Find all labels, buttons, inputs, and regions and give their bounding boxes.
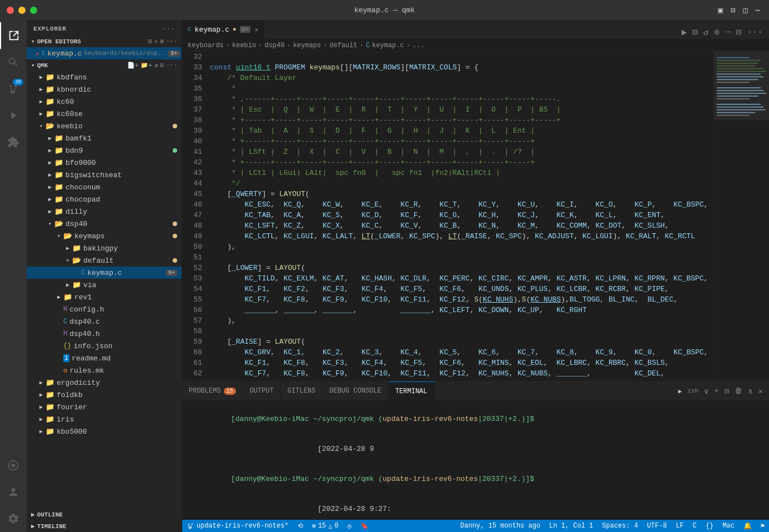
open-editor-item[interactable]: ✕ C keymap.c keyboards/keebio/dsp... 9+ <box>27 47 182 59</box>
tree-item-dsp40-c[interactable]: ▶ C dsp40.c <box>27 315 182 328</box>
tree-item-foldkb[interactable]: ▶ 📁 foldkb <box>27 389 182 401</box>
tree-item-keymaps[interactable]: ▾ 📂 keymaps <box>27 230 182 242</box>
panel-tab-problems[interactable]: PROBLEMS 15 <box>182 382 243 401</box>
breadcrumb-keebio[interactable]: keebio <box>232 42 256 49</box>
terminal[interactable]: [danny@Keebio-iMac ~/syncproj/qmk (updat… <box>182 401 769 520</box>
diff-icon[interactable]: ⊜ <box>712 26 721 39</box>
terminal-new-icon[interactable]: + <box>712 385 720 397</box>
tree-item-kc60se[interactable]: ▶ 📁 kc60se <box>27 108 182 120</box>
status-sync[interactable]: ⟲ <box>293 520 308 532</box>
tree-item-bfo9000[interactable]: ▶ 📁 bfo9000 <box>27 157 182 169</box>
tree-item-readme[interactable]: ▶ i readme.md <box>27 352 182 364</box>
tree-item-keymap-c[interactable]: ▶ C keymap.c 9+ <box>27 267 182 279</box>
explorer-activity-icon[interactable] <box>0 22 27 49</box>
close-file-icon[interactable]: ✕ <box>36 50 39 57</box>
status-branch[interactable]: update-iris-rev6-notes* <box>182 520 293 532</box>
terminal-split-icon[interactable]: ⊟ <box>723 385 731 397</box>
tree-item-iris[interactable]: ▶ 📁 iris <box>27 413 182 425</box>
tree-item-rules-mk[interactable]: ▶ ⚙ rules.mk <box>27 364 182 377</box>
panel-close-icon[interactable]: ✕ <box>757 385 765 397</box>
breadcrumb-keymap-c[interactable]: keymap.c <box>372 42 404 49</box>
code-content[interactable]: const uint16_t PROGMEM keymaps[][MATRIX_… <box>205 52 713 381</box>
status-format[interactable]: {} <box>701 520 718 532</box>
collapse-all-icon[interactable]: ⊟ <box>160 62 164 69</box>
qmk-section-header[interactable]: ▾ QMK 📄+ 📁+ ↺ ⊟ ··· <box>27 59 182 71</box>
panel-tab-terminal[interactable]: TERMINAL <box>389 382 435 401</box>
source-control-activity-icon[interactable]: 38 <box>0 76 27 102</box>
tree-item-kc60[interactable]: ▶ 📁 kc60 <box>27 96 182 108</box>
open-changes-icon[interactable]: ⊟ <box>691 26 700 39</box>
search-activity-icon[interactable] <box>0 49 27 76</box>
timeline-header[interactable]: ▶ TIMELINE <box>27 520 182 532</box>
run-file-icon[interactable]: ▶ <box>680 26 688 39</box>
status-notifications[interactable]: 🔔 <box>739 520 756 532</box>
editor-more-icon[interactable]: ··· <box>745 26 765 38</box>
tree-item-bamfk1[interactable]: ▶ 📁 bamfk1 <box>27 132 182 144</box>
status-feedback[interactable]: ⚑ <box>756 520 769 532</box>
tree-item-dilly[interactable]: ▶ 📁 dilly <box>27 205 182 218</box>
remote-activity-icon[interactable] <box>0 452 27 479</box>
collapse-icon[interactable]: ⊕ <box>160 38 164 45</box>
tree-item-dsp40-h[interactable]: ▶ H dsp40.h <box>27 328 182 340</box>
new-folder-icon[interactable]: 📁+ <box>140 62 152 69</box>
more-icon[interactable]: ⋯ <box>753 4 762 16</box>
tree-item-dsp40[interactable]: ▾ 📂 dsp40 <box>27 218 182 230</box>
breadcrumb-more[interactable]: ... <box>413 42 425 49</box>
account-activity-icon[interactable] <box>0 479 27 505</box>
tree-item-keebio[interactable]: ▾ 📂 keebio <box>27 120 182 132</box>
panel-tab-gitlens[interactable]: GITLENS <box>281 382 323 401</box>
tab-keymap-c[interactable]: C keymap.c ● 9+ ✕ <box>182 20 264 39</box>
split-icon[interactable]: ◫ <box>741 4 750 16</box>
tree-item-choconum[interactable]: ▶ 📁 choconum <box>27 181 182 193</box>
sidebar-toggle-icon[interactable]: ▣ <box>716 4 725 16</box>
sidebar-more-icon[interactable]: ··· <box>163 26 175 32</box>
tree-item-chocopad[interactable]: ▶ 📁 chocopad <box>27 193 182 205</box>
tree-item-kbo5000[interactable]: ▶ 📁 kbo5000 <box>27 425 182 438</box>
new-file-icon[interactable]: 📄+ <box>127 62 139 69</box>
more-editors-icon[interactable]: ··· <box>166 38 177 45</box>
tree-item-info-json[interactable]: ▶ {} info.json <box>27 340 182 352</box>
maximize-button[interactable] <box>30 7 37 14</box>
tree-item-fourier[interactable]: ▶ 📁 fourier <box>27 401 182 413</box>
breadcrumb-dsp40[interactable]: dsp40 <box>264 42 284 49</box>
open-editors-header[interactable]: ▾ OPEN EDITORS ⊟ ✕ ⊕ ··· <box>27 36 182 47</box>
refresh-icon[interactable]: ↺ <box>154 62 158 69</box>
status-errors[interactable]: ⊗ 15 △ 0 <box>308 520 343 532</box>
status-language[interactable]: C <box>688 520 701 532</box>
extensions-activity-icon[interactable] <box>0 129 27 155</box>
close-all-icon[interactable]: ✕ <box>154 38 158 45</box>
status-remote[interactable]: ◎ <box>343 520 356 532</box>
status-cursor[interactable]: Ln 1, Col 1 <box>545 520 597 532</box>
status-save[interactable]: 🔖 <box>356 520 373 532</box>
breadcrumb-keyboards[interactable]: keyboards <box>188 42 224 49</box>
forward-icon[interactable]: → <box>723 26 732 38</box>
tree-item-default[interactable]: ▾ 📂 default <box>27 254 182 267</box>
terminal-trash-icon[interactable]: 🗑 <box>733 385 744 397</box>
save-all-icon[interactable]: ⊟ <box>148 38 152 45</box>
tree-item-kbdfans[interactable]: ▶ 📁 kbdfans <box>27 71 182 83</box>
terminal-dropdown-icon[interactable]: ∨ <box>702 385 710 397</box>
tree-item-via[interactable]: ▶ 📁 via <box>27 279 182 291</box>
tree-item-rev1[interactable]: ▶ 📁 rev1 <box>27 291 182 303</box>
run-activity-icon[interactable] <box>0 102 27 129</box>
settings-activity-icon[interactable] <box>0 505 27 532</box>
status-os[interactable]: Mac <box>718 520 739 532</box>
status-spaces[interactable]: Spaces: 4 <box>597 520 642 532</box>
minimize-button[interactable] <box>18 7 26 14</box>
tree-item-bigswitchseat[interactable]: ▶ 📁 bigswitchseat <box>27 169 182 181</box>
tree-item-bakingpy[interactable]: ▶ 📁 bakingpy <box>27 242 182 254</box>
tree-item-kbnordic[interactable]: ▶ 📁 kbnordic <box>27 83 182 96</box>
tree-item-bdn9[interactable]: ▶ 📁 bdn9 <box>27 144 182 157</box>
code-editor[interactable]: 3233343536 3738394041 4243444546 4748495… <box>182 52 713 381</box>
layout-icon[interactable]: ⊟ <box>728 4 737 16</box>
panel-tab-output[interactable]: OUTPUT <box>243 382 281 401</box>
status-eol[interactable]: LF <box>671 520 688 532</box>
status-last-saved[interactable]: Danny, 15 months ago <box>456 520 545 532</box>
outline-header[interactable]: ▶ OUTLINE <box>27 509 182 520</box>
tree-item-config-h[interactable]: ▶ H config.h <box>27 303 182 315</box>
filter-icon[interactable]: ··· <box>166 62 177 69</box>
undo-icon[interactable]: ↺ <box>702 26 711 39</box>
tree-item-ergodicity[interactable]: ▶ 📁 ergodicity <box>27 377 182 389</box>
split-editor-icon[interactable]: ⊟ <box>735 26 743 39</box>
panel-tab-debug-console[interactable]: DEBUG CONSOLE <box>323 382 389 401</box>
